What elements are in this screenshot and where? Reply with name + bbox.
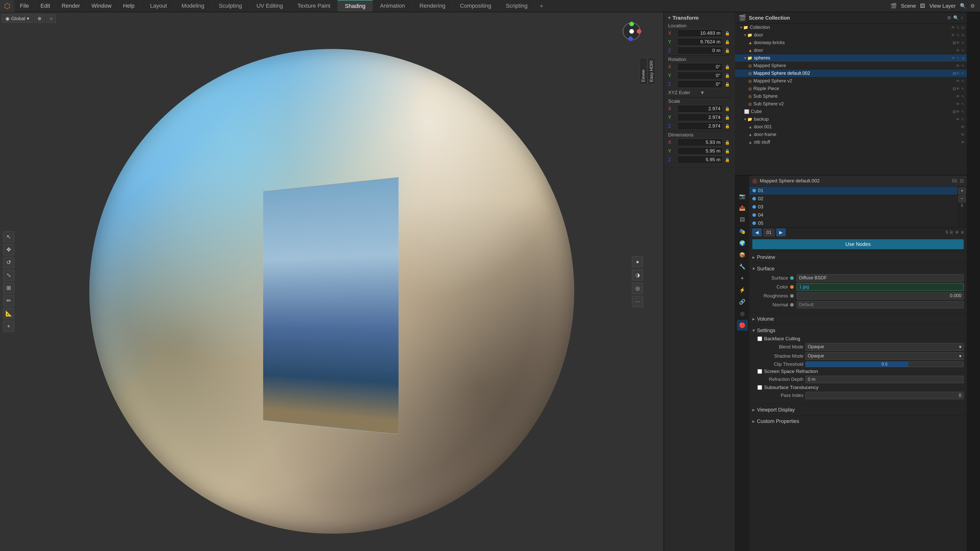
scale-x-lock[interactable]: 🔒 <box>725 106 731 111</box>
location-z-lock[interactable]: 🔒 <box>725 48 731 53</box>
dim-y-value[interactable]: 5.95 m <box>677 147 723 155</box>
slot-prev-btn[interactable]: ◀ <box>752 229 762 236</box>
outliner-sort-icon[interactable]: ↕ <box>961 15 963 21</box>
outliner-otb-stuff[interactable]: ▲ otb stuff 👁 <box>735 138 967 146</box>
backup-select-icon[interactable]: ↖ <box>961 117 965 122</box>
world-props-icon[interactable]: 🌍 <box>737 238 748 248</box>
tab-animation[interactable]: Animation <box>373 0 412 12</box>
outliner-ripple-piece[interactable]: ◎ Ripple Piece ⊡ 👁 ↖ <box>735 85 967 93</box>
viewport-xray[interactable]: ◎ <box>632 283 643 294</box>
location-z-value[interactable]: 0 m <box>677 47 723 54</box>
snap-button[interactable]: ⊕ <box>34 14 45 23</box>
material-props-icon[interactable]: 🔴 <box>737 320 748 330</box>
surface-type-value[interactable]: Diffuse BSDF <box>797 274 964 282</box>
menu-file[interactable]: File <box>14 0 35 12</box>
outliner-filter-icon[interactable]: ⚙ <box>947 15 951 21</box>
pass-index-value[interactable]: 0 <box>805 392 964 399</box>
outliner-door-collection[interactable]: ▾ 📁 door 👁 ↖ ⊙ <box>735 32 967 39</box>
door-hide-icon[interactable]: ⊙ <box>961 33 965 38</box>
object-data-props-icon[interactable]: ◎ <box>737 308 748 319</box>
slot-current[interactable]: 01 <box>764 229 774 236</box>
menu-window[interactable]: Window <box>86 0 118 12</box>
outliner-spheres-collection[interactable]: ▾ 📁 spheres 👁 ↖ ⊙ <box>735 54 967 62</box>
dim-y-lock[interactable]: 🔒 <box>725 149 731 154</box>
rp-view-icon[interactable]: 👁 <box>956 86 960 91</box>
select-tool[interactable]: ↖ <box>3 231 14 243</box>
subsurface-translucency-checkbox[interactable] <box>757 385 762 390</box>
spheres-hide-icon[interactable]: ⊙ <box>961 56 965 60</box>
dim-z-lock[interactable]: 🔒 <box>725 157 731 162</box>
color-value[interactable]: 1.jpg <box>797 283 964 291</box>
backup-view-icon[interactable]: 👁 <box>956 117 960 122</box>
tab-rendering[interactable]: Rendering <box>412 0 453 12</box>
ms-view-icon[interactable]: 👁 <box>956 64 960 68</box>
slot-next-btn[interactable]: ▶ <box>776 229 786 236</box>
shadow-mode-value[interactable]: Opaque ▾ <box>805 352 964 360</box>
mat-slot-04[interactable]: 04 <box>749 211 957 219</box>
outliner-sub-sphere-v2[interactable]: ◎ Sub Sphere v2 👁 ↖ <box>735 100 967 108</box>
outliner-mapped-sphere-v2[interactable]: ◎ Mapped Sphere v2 👁 ↖ <box>735 77 967 85</box>
render-props-icon[interactable]: 📷 <box>737 191 748 202</box>
dim-x-value[interactable]: 5.93 m <box>677 138 723 146</box>
location-x-value[interactable]: 10.493 m <box>677 29 723 37</box>
menu-help[interactable]: Help <box>118 0 140 12</box>
viewport-shading-menu[interactable]: ◉ Global ▾ <box>2 14 33 23</box>
hdri-tab[interactable]: Easy HDRI <box>648 58 655 84</box>
ss-view-icon[interactable]: 👁 <box>956 94 960 99</box>
viewport[interactable]: ◉ Global ▾ ⊕ ○ <box>0 12 663 551</box>
ms002-select-icon[interactable]: ↖ <box>961 71 965 76</box>
screen-space-refraction-checkbox[interactable] <box>757 369 762 374</box>
dm-view-icon[interactable]: 👁 <box>956 48 960 53</box>
object-props-icon[interactable]: 📦 <box>737 249 748 260</box>
viewport-overlay[interactable]: ◑ <box>632 269 643 281</box>
constraints-props-icon[interactable]: 🔗 <box>737 297 748 307</box>
spheres-select-icon[interactable]: ↖ <box>956 56 960 60</box>
tab-layout[interactable]: Layout <box>143 0 174 12</box>
scene-props-icon[interactable]: 🎭 <box>737 226 748 237</box>
spheres-view-icon[interactable]: 👁 <box>951 56 955 60</box>
outliner-cube[interactable]: ⬜ Cube ⊡ 👁 ↖ <box>735 108 967 116</box>
outliner-mapped-sphere-002[interactable]: ◎ Mapped Sphere default.002 ⊡ 👁 ↖ <box>735 70 967 77</box>
volume-header[interactable]: ▸ Volume <box>752 315 964 323</box>
slot-copy-icon[interactable]: ⎘ <box>950 230 953 235</box>
view-menu[interactable]: ⋯ <box>632 296 643 307</box>
outliner-door-frame[interactable]: ▲ door-frame 👁 <box>735 131 967 138</box>
outliner-doorway-bricks[interactable]: ▲ doorway-bricks ⊡ 👁 ↖ <box>735 39 967 47</box>
menu-render[interactable]: Render <box>56 0 86 12</box>
msv2-select-icon[interactable]: ↖ <box>961 79 965 83</box>
output-props-icon[interactable]: 📤 <box>737 203 748 213</box>
nav-gizmo-circle[interactable] <box>623 22 641 40</box>
scale-z-lock[interactable]: 🔒 <box>725 124 731 129</box>
surface-header[interactable]: ▾ Surface <box>752 265 964 273</box>
outliner-door001[interactable]: ▲ door.001 👁 <box>735 123 967 131</box>
slot-menu-icon[interactable]: ≡ <box>961 230 964 235</box>
view-layer-props-icon[interactable]: 🖼 <box>737 214 748 225</box>
ms002-view-icon[interactable]: 👁 <box>956 71 960 76</box>
dim-x-lock[interactable]: 🔒 <box>725 140 731 145</box>
tab-shading[interactable]: Shading <box>338 0 373 12</box>
measure-tool[interactable]: 📐 <box>3 308 14 319</box>
scale-z-value[interactable]: 2.974 <box>677 122 723 130</box>
location-y-value[interactable]: 9.7624 m <box>677 38 723 46</box>
df-view-icon[interactable]: 👁 <box>961 132 965 137</box>
rotation-z-value[interactable]: 0° <box>677 80 723 88</box>
tab-modeling[interactable]: Modeling <box>174 0 212 12</box>
menu-edit[interactable]: Edit <box>35 0 56 12</box>
refraction-depth-value[interactable]: 0 m <box>805 376 964 383</box>
outliner-scroll[interactable]: ▾ 📁 Collection 👁 ↖ ⊙ ▾ 📁 <box>735 24 967 175</box>
use-nodes-button[interactable]: Use Nodes <box>752 239 964 249</box>
move-tool[interactable]: ✥ <box>3 244 14 256</box>
msv2-view-icon[interactable]: 👁 <box>956 79 960 83</box>
custom-properties-header[interactable]: ▸ Custom Properties <box>752 417 964 425</box>
scale-x-value[interactable]: 2.974 <box>677 105 723 113</box>
blend-mode-value[interactable]: Opaque ▾ <box>805 343 964 351</box>
rp-select-icon[interactable]: ↖ <box>961 86 965 91</box>
preview-header[interactable]: ▸ Preview <box>752 253 964 261</box>
scale-tool[interactable]: ⤡ <box>3 270 14 281</box>
door-select-icon[interactable]: ↖ <box>956 33 960 38</box>
scale-y-lock[interactable]: 🔒 <box>725 115 731 120</box>
cube-view-icon[interactable]: 👁 <box>956 110 960 114</box>
hide-icon[interactable]: ⊙ <box>961 25 965 30</box>
remove-slot-btn[interactable]: − <box>958 195 966 202</box>
mat-slot-03[interactable]: 03 <box>749 203 957 211</box>
